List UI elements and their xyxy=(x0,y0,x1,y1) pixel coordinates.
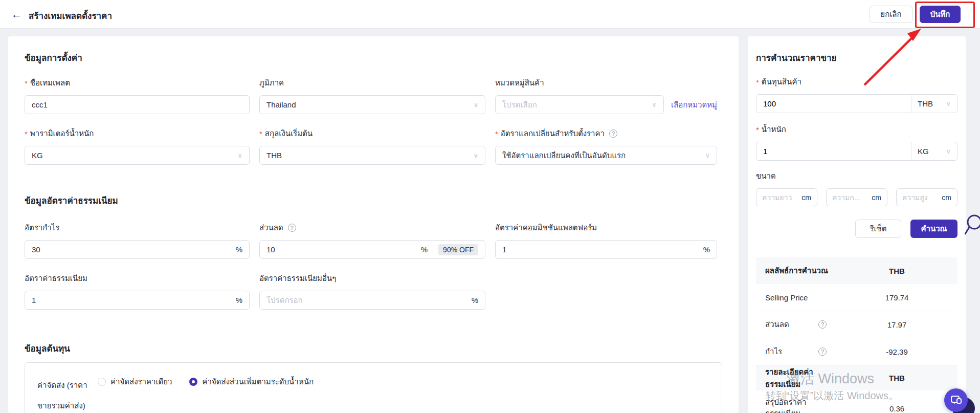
base-currency-label: สกุลเงินเริ่มต้น xyxy=(265,127,313,140)
cancel-button[interactable]: ยกเลิก xyxy=(870,6,912,23)
percent-suffix: % xyxy=(236,245,242,254)
back-arrow-icon[interactable]: ← xyxy=(11,8,22,20)
other-fee-input[interactable] xyxy=(266,296,467,305)
shipping-cost-box: ค่าจัดส่ง (ราคาขายรวมค่าส่ง) ค่าจัดส่งรา… xyxy=(25,362,722,413)
category-field: หมวดหมู่สินค้า ∨ เลือกหมวดหมู่ xyxy=(495,77,717,114)
chevron-down-icon: ∨ xyxy=(946,147,951,155)
category-label: หมวดหมู่สินค้า xyxy=(495,77,544,89)
discount-input[interactable] xyxy=(266,245,417,254)
cm-unit: cm xyxy=(801,193,811,202)
reset-button[interactable]: รีเซ็ต xyxy=(855,220,901,238)
base-currency-select[interactable]: ∨ xyxy=(259,146,485,165)
fee-rate-input[interactable] xyxy=(32,296,232,305)
settings-section-title: ข้อมูลการตั้งค่า xyxy=(25,51,722,64)
fees-header-row: รายละเอียดค่าธรรมเนียม THB xyxy=(756,365,957,390)
region-field: ภูมิภาค ∨ xyxy=(259,77,485,114)
profit-rate-input[interactable] xyxy=(32,245,232,254)
exchange-rate-label: อัตราแลกเปลี่ยนสำหรับตั้งราคา xyxy=(501,127,605,140)
region-label: ภูมิภาค xyxy=(259,77,284,89)
help-icon[interactable]: ? xyxy=(609,129,617,138)
discount-result-value: 17.97 xyxy=(836,311,957,338)
help-icon[interactable]: ? xyxy=(818,347,827,356)
percent-suffix: % xyxy=(421,245,428,254)
required-marker: * xyxy=(495,129,498,138)
divider xyxy=(433,245,433,254)
help-icon[interactable]: ? xyxy=(818,320,827,329)
cost-currency-select[interactable]: THB∨ xyxy=(911,95,957,113)
commission-field: อัตราค่าคอมมิชชันแพลตฟอร์ม % xyxy=(495,222,717,259)
results-header-row: ผลลัพธ์การคำนวณ THB xyxy=(756,257,957,284)
cost-input-group: THB∨ xyxy=(756,94,957,113)
region-select[interactable]: ∨ xyxy=(259,95,485,114)
radio-weight-tier-shipping[interactable]: ค่าจัดส่งส่วนเพิ่มตามระดับน้ำหนัก xyxy=(189,376,314,387)
weight-param-select[interactable]: ∨ xyxy=(25,146,250,165)
price-calculator-card: การคำนวณราคาขาย *ต้นทุนสินค้า THB∨ *น้ำห… xyxy=(748,36,966,413)
table-row: กำไร? -92.39 xyxy=(756,338,957,365)
required-marker: * xyxy=(25,79,28,88)
shipping-label: ค่าจัดส่ง (ราคาขายรวมค่าส่ง) xyxy=(37,375,98,413)
settings-form-card: ข้อมูลการตั้งค่า *ชื่อเทมเพลต ภูมิภาค ∨ … xyxy=(8,36,739,413)
selling-price-value: 179.74 xyxy=(836,284,957,311)
radio-selected-icon[interactable] xyxy=(189,378,197,386)
height-input[interactable]: ความสูงcm xyxy=(896,188,957,206)
required-marker: * xyxy=(25,129,28,138)
profit-rate-label: อัตรากำไร xyxy=(25,222,59,234)
top-bar: ← สร้างเทมเพลตตั้งราคา ยกเลิก บันทึก xyxy=(0,0,980,29)
exchange-rate-select[interactable]: ∨ xyxy=(495,146,717,165)
commission-input[interactable] xyxy=(502,245,699,254)
weight-param-field: *พารามิเตอร์น้ำหนัก ∨ xyxy=(25,127,250,165)
profit-result-value: -92.39 xyxy=(836,338,957,365)
weight-input-group: KG∨ xyxy=(756,142,957,161)
chevron-down-icon: ∨ xyxy=(473,151,478,159)
other-fee-label: อัตราค่าธรรมเนียมอื่นๆ xyxy=(259,272,336,285)
chevron-down-icon: ∨ xyxy=(237,151,242,159)
weight-input[interactable] xyxy=(763,147,904,156)
percent-suffix: % xyxy=(472,296,478,305)
discount-field: ส่วนลด? %90% OFF xyxy=(259,222,485,259)
template-name-input[interactable] xyxy=(32,100,242,109)
size-label: ขนาด xyxy=(756,170,776,182)
fees-header-currency: THB xyxy=(836,374,957,382)
chevron-down-icon: ∨ xyxy=(652,101,657,108)
choose-category-link[interactable]: เลือกหมวดหมู่ xyxy=(671,99,717,111)
cm-unit: cm xyxy=(942,193,951,202)
radio-unselected-icon[interactable] xyxy=(98,378,106,386)
fees-section-title: ข้อมูลอัตราค่าธรรมเนียม xyxy=(25,193,722,207)
commission-label: อัตราค่าคอมมิชชันแพลตฟอร์ม xyxy=(495,222,597,234)
calculator-title: การคำนวณราคาขาย xyxy=(756,51,957,64)
results-header-label: ผลลัพธ์การคำนวณ xyxy=(756,265,836,277)
category-select[interactable]: ∨ xyxy=(495,95,664,114)
page-title: สร้างเทมเพลตตั้งราคา xyxy=(29,9,112,23)
weight-unit-select[interactable]: KG∨ xyxy=(911,142,957,160)
percent-suffix: % xyxy=(236,296,242,305)
chevron-down-icon: ∨ xyxy=(946,100,951,107)
search-icon[interactable] xyxy=(965,212,980,238)
radio-single-shipping[interactable]: ค่าจัดส่งราคาเดียว xyxy=(98,376,172,387)
table-row: Selling Price 179.74 xyxy=(756,284,957,311)
chat-button[interactable] xyxy=(944,388,968,412)
chevron-down-icon: ∨ xyxy=(705,151,710,159)
chevron-down-icon: ∨ xyxy=(473,101,478,108)
template-name-label: ชื่อเทมเพลต xyxy=(30,77,70,89)
calculate-button[interactable]: คำนวณ xyxy=(910,220,957,238)
fee-summary-value: 0.36 xyxy=(836,390,957,413)
radio-single-shipping-label: ค่าจัดส่งราคาเดียว xyxy=(110,376,172,388)
profit-rate-field: อัตรากำไร % xyxy=(25,222,250,259)
template-name-field: *ชื่อเทมเพลต xyxy=(25,77,250,114)
required-marker: * xyxy=(259,129,262,138)
results-table: ผลลัพธ์การคำนวณ THB Selling Price 179.74… xyxy=(756,257,957,413)
required-marker: * xyxy=(756,125,759,134)
cost-label: ต้นทุนสินค้า xyxy=(762,76,801,88)
help-icon[interactable]: ? xyxy=(288,224,296,232)
required-marker: * xyxy=(756,78,759,86)
cost-input[interactable] xyxy=(763,99,904,108)
save-button[interactable]: บันทึก xyxy=(920,6,961,23)
table-row: สรุปอัตราค่าธรรมเนียม 0.36 xyxy=(756,390,957,413)
fee-summary-label: สรุปอัตราค่าธรรมเนียม xyxy=(765,397,812,413)
percent-suffix: % xyxy=(703,245,710,254)
radio-weight-tier-shipping-label: ค่าจัดส่งส่วนเพิ่มตามระดับน้ำหนัก xyxy=(202,376,314,388)
width-input[interactable]: ความก...cm xyxy=(826,188,887,206)
fee-rate-label: อัตราค่าธรรมเนียม xyxy=(25,272,87,285)
discount-label: ส่วนลด xyxy=(259,222,283,234)
length-input[interactable]: ความยาวcm xyxy=(756,188,817,206)
